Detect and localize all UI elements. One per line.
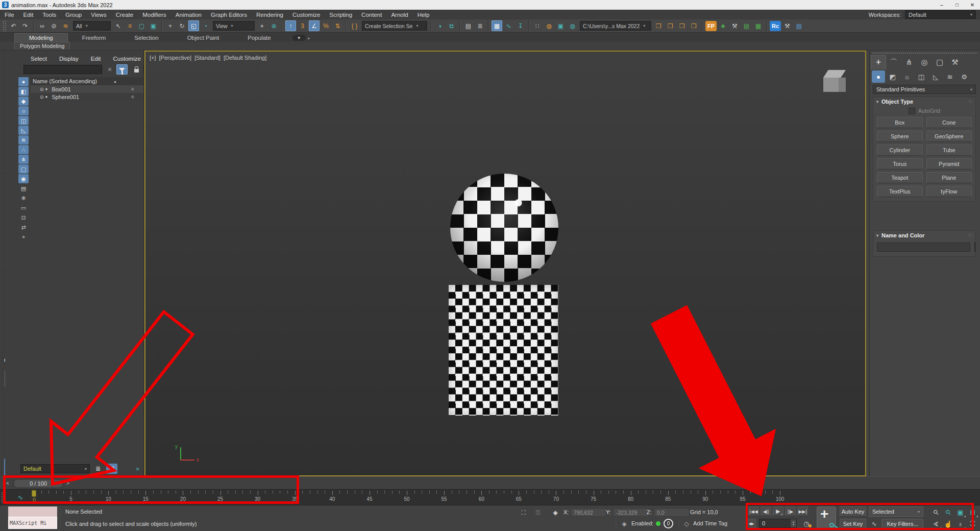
menu-scripting[interactable]: Scripting (325, 11, 357, 19)
display-none-toggle[interactable]: ● (18, 77, 29, 86)
preset-dropdown[interactable]: Default (20, 464, 90, 473)
curve-editor-button[interactable]: ∿ (503, 20, 514, 31)
toggle-ribbon-button[interactable]: ≣ (475, 20, 485, 31)
minimize-button[interactable]: – (934, 0, 949, 10)
explorer-menu-select[interactable]: Select (26, 55, 52, 63)
toolbar-drag-handle[interactable] (3, 20, 6, 32)
menu-arnold[interactable]: Arnold (386, 11, 412, 19)
filter-button[interactable] (116, 64, 128, 75)
menu-group[interactable]: Group (61, 11, 86, 19)
display-materials-toggle[interactable]: ◉ (18, 174, 29, 183)
ribbon-tab-object-paint[interactable]: Object Paint (173, 34, 234, 42)
menu-file[interactable]: File (0, 11, 19, 19)
bind-to-space-warp-button[interactable]: ≋ (60, 20, 71, 31)
tab-utilities[interactable]: ⚒ (947, 55, 963, 69)
ribbon-tab-freeform[interactable]: Freeform (68, 34, 120, 42)
display-lights-toggle[interactable]: ☼ (18, 106, 29, 115)
display-bones-toggle[interactable]: ⋔ (18, 155, 29, 164)
category-helpers[interactable]: ◺ (929, 70, 942, 83)
lock-cell-editing-toggle[interactable]: ⊡ (18, 213, 29, 222)
object-color-swatch[interactable] (974, 242, 975, 252)
close-button[interactable]: ✕ (965, 0, 980, 10)
select-children-toggle[interactable]: ▤ (18, 184, 29, 193)
redo-button[interactable]: ↷ (20, 20, 31, 31)
maximize-button[interactable]: □ (949, 0, 965, 10)
snaps-toggle-3d[interactable]: 3 (297, 20, 308, 31)
explorer-menu-edit[interactable]: Edit (86, 55, 106, 63)
render-setup-button[interactable]: ◍ (544, 20, 554, 31)
select-object-button[interactable]: ↖ (113, 20, 124, 31)
create-tube-button[interactable]: Tube (926, 144, 972, 156)
category-lights[interactable]: ☼ (900, 70, 914, 83)
create-torus-button[interactable]: Torus (877, 158, 923, 170)
frozen-toggle-icon[interactable]: ❄ (131, 87, 135, 92)
forestpack-button[interactable]: FP (705, 21, 717, 31)
tab-display[interactable]: ▢ (932, 55, 947, 69)
select-and-manipulate-button[interactable]: ⊕ (268, 20, 279, 31)
spinner-snap-toggle[interactable]: ⇅ (332, 20, 343, 31)
object-type-rollout-header[interactable]: ▾ Object Type ∷ (873, 97, 975, 106)
forest-list-button[interactable]: ▤ (741, 20, 752, 31)
checkered-box-object[interactable] (449, 285, 558, 416)
security-alert-count[interactable]: 0 (664, 519, 673, 528)
sync-selection-toggle[interactable]: ⇄ (18, 223, 29, 232)
create-geosphere-button[interactable]: GeoSphere (926, 131, 972, 142)
selection-lock-icon[interactable]: ⚿ (533, 508, 543, 517)
select-and-move-button[interactable]: + (165, 20, 176, 31)
maxscript-input[interactable] (8, 517, 57, 529)
display-particles-toggle[interactable]: ∴ (18, 145, 29, 154)
z-coord-field[interactable]: 0,0 (654, 508, 690, 517)
category-shapes[interactable]: ◩ (886, 70, 899, 83)
renderable-dot-icon[interactable]: ● (45, 94, 48, 99)
autogrid-checkbox[interactable] (909, 108, 915, 114)
menu-content[interactable]: Content (357, 11, 386, 19)
toggle-scene-explorer-button[interactable]: ▦ (492, 20, 502, 31)
toggle-layer-explorer-button[interactable]: ▤ (463, 20, 474, 31)
select-and-rotate-button[interactable]: ↻ (177, 20, 187, 31)
display-shapes-toggle[interactable]: ◆ (18, 96, 29, 106)
explorer-menu-customize[interactable]: Customize (108, 55, 146, 63)
create-pyramid-button[interactable]: Pyramid (926, 158, 972, 170)
schematic-view-button[interactable]: ↧ (515, 20, 526, 31)
display-frozen-toggle[interactable]: ❄ (18, 194, 29, 203)
railclone-button[interactable]: Rc (770, 21, 781, 31)
polygon-modeling-tab[interactable]: Polygon Modeling (14, 42, 70, 50)
create-plane-button[interactable]: Plane (926, 172, 972, 183)
railclone-tools-button[interactable]: ⚒ (782, 20, 793, 31)
category-systems[interactable]: ⚙ (958, 70, 971, 83)
rendered-frame-window-button[interactable]: ▣ (555, 20, 566, 31)
material-editor-button[interactable]: ∷ (532, 20, 543, 31)
lock-explorer-button[interactable] (131, 64, 142, 75)
viewcube-top-face[interactable] (823, 70, 846, 78)
unlink-selection-button[interactable]: ⊘ (48, 20, 59, 31)
category-space-warps[interactable]: ≋ (943, 70, 957, 83)
layers-view-button[interactable]: ≣ (92, 464, 104, 474)
add-time-tag-button[interactable]: Add Time Tag (693, 520, 727, 526)
ribbon-overflow-button[interactable]: ▼ (292, 35, 306, 41)
display-geometry-toggle[interactable]: ◧ (18, 87, 29, 96)
toolbar-overflow-chevron[interactable]: » (136, 465, 139, 472)
search-input[interactable] (23, 65, 102, 74)
ribbon-overflow-arrow-icon[interactable]: ▾ (308, 36, 310, 41)
pick-mode-toggle[interactable]: ⌖ (18, 232, 29, 242)
name-color-rollout-header[interactable]: ▾ Name and Color ∷ (873, 231, 975, 240)
edit-named-selection-sets-button[interactable]: { } (349, 20, 360, 31)
viewport-menu-pov[interactable]: [Perspective] (159, 55, 192, 61)
menu-tools[interactable]: Tools (38, 11, 61, 19)
tab-create[interactable]: + (871, 55, 886, 69)
create-tyflow-button[interactable]: tyFlow (926, 186, 972, 197)
ribbon-tab-selection[interactable]: Selection (120, 34, 173, 42)
security-shield-icon[interactable]: ◈ (619, 519, 629, 528)
menu-rendering[interactable]: Rendering (252, 11, 288, 19)
viewport-menu-renderer[interactable]: [Standard] (194, 55, 220, 61)
mirror-button[interactable]: ◑ (434, 20, 445, 31)
rectangular-selection-region-button[interactable]: ▢ (136, 20, 147, 31)
keyboard-shortcut-override-toggle[interactable]: ↑ (285, 20, 296, 31)
create-cylinder-button[interactable]: Cylinder (877, 144, 923, 156)
visibility-eye-icon[interactable]: ⊙ (40, 94, 44, 100)
select-by-name-button[interactable]: ≡ (125, 20, 135, 31)
use-pivot-point-center-button[interactable]: ⌖ (257, 20, 267, 31)
railclone-list-button[interactable]: ▤ (794, 20, 804, 31)
category-geometry[interactable]: ● (872, 70, 885, 83)
display-hidden-toggle[interactable]: ▭ (18, 203, 29, 212)
